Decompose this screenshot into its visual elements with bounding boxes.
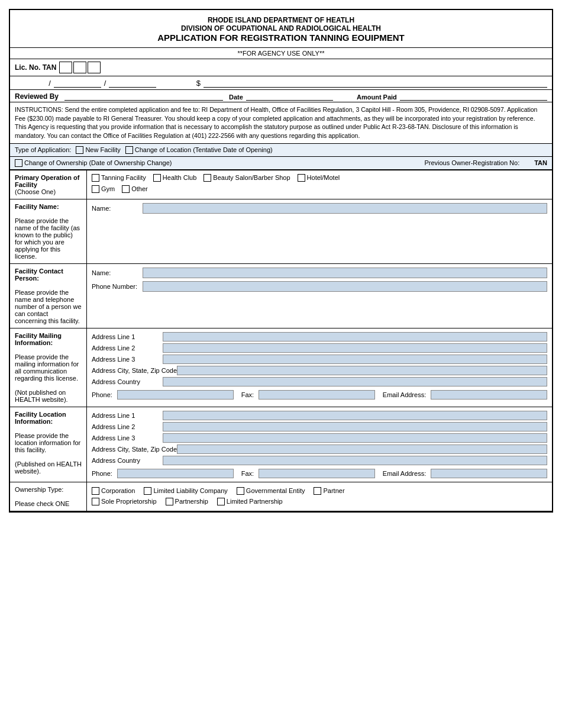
mailing-country-row: Address Country — [92, 377, 547, 386]
page-container: RHODE ISLAND DEPARTMENT OF HEATLH DIVISI… — [9, 9, 553, 513]
llc-option[interactable]: Limited Liability Company — [144, 487, 227, 495]
contact-name-input[interactable] — [143, 268, 547, 278]
lic-box-1[interactable] — [59, 62, 72, 73]
new-facility-label: New Facility — [85, 146, 120, 153]
mailing-email-input[interactable] — [431, 390, 547, 400]
ownership-row-1: Corporation Limited Liability Company Go… — [92, 487, 547, 495]
corporation-option[interactable]: Corporation — [92, 487, 135, 495]
hotel-motel-option[interactable]: Hotel/Motel — [298, 174, 340, 182]
change-ownership-option[interactable]: Change of Ownership (Date of Ownership C… — [15, 159, 172, 167]
change-ownership-checkbox[interactable] — [15, 159, 22, 167]
location-fax-input[interactable] — [259, 469, 375, 478]
location-phone-input[interactable] — [117, 469, 234, 478]
partnership-checkbox[interactable] — [166, 498, 173, 505]
location-addr2-label: Address Line 2 — [92, 423, 163, 430]
ownership-type-label-col: Ownership Type: Please check ONE — [10, 482, 87, 511]
contact-phone-input-row: Phone Number: — [92, 281, 547, 292]
primary-operation-label-col: Primary Operation of Facility (Choose On… — [10, 170, 87, 199]
facility-mailing-description: Please provide the mailing information f… — [15, 353, 79, 382]
partnership-label: Partnership — [175, 498, 208, 505]
location-addr2-input[interactable] — [163, 422, 547, 431]
location-addr3-input[interactable] — [163, 433, 547, 443]
reviewed-row: Reviewed By Date Amount Paid — [10, 90, 552, 102]
contact-phone-input[interactable] — [143, 281, 547, 292]
limited-partnership-label: Limited Partnership — [227, 498, 283, 505]
mailing-addr3-row: Address Line 3 — [92, 355, 547, 364]
ownership-type-label: Ownership Type: — [15, 486, 63, 493]
facility-name-input-label: Name: — [92, 205, 139, 212]
health-club-checkbox[interactable] — [153, 174, 161, 182]
new-facility-option[interactable]: New Facility — [76, 146, 120, 154]
new-facility-checkbox[interactable] — [76, 146, 83, 154]
gym-checkbox[interactable] — [92, 185, 99, 193]
mailing-addr3-input[interactable] — [163, 355, 547, 364]
governmental-entity-checkbox[interactable] — [237, 487, 244, 495]
mailing-city-row: Address City, State, Zip Code — [92, 366, 547, 375]
location-addr1-row: Address Line 1 — [92, 411, 547, 420]
change-location-checkbox[interactable] — [125, 146, 133, 154]
beauty-salon-checkbox[interactable] — [204, 174, 211, 182]
mailing-phone-input[interactable] — [117, 390, 234, 400]
sole-proprietorship-checkbox[interactable] — [92, 498, 99, 505]
amount-field[interactable] — [204, 78, 547, 88]
other-checkbox[interactable] — [122, 185, 130, 193]
date-field-2[interactable] — [109, 78, 156, 88]
prev-owner-section: Previous Owner-Registration No: TAN — [424, 159, 547, 166]
health-club-option[interactable]: Health Club — [153, 174, 196, 182]
tanning-facility-checkbox[interactable] — [92, 174, 99, 182]
tanning-facility-option[interactable]: Tanning Facility — [92, 174, 146, 182]
reviewed-field[interactable] — [64, 91, 223, 101]
hotel-motel-checkbox[interactable] — [298, 174, 305, 182]
facility-mailing-label: Facility Mailing Information: — [15, 332, 62, 346]
gym-option[interactable]: Gym — [92, 185, 115, 193]
contact-name-label: Name: — [92, 269, 139, 276]
mailing-city-input[interactable] — [177, 366, 547, 375]
location-city-input[interactable] — [177, 444, 547, 454]
health-club-label: Health Club — [163, 174, 196, 181]
ownership-type-content: Corporation Limited Liability Company Go… — [87, 482, 552, 511]
location-addr3-row: Address Line 3 — [92, 433, 547, 443]
llc-checkbox[interactable] — [144, 487, 151, 495]
date-amount-row: / / $ — [10, 76, 552, 90]
corporation-checkbox[interactable] — [92, 487, 99, 495]
lic-box-2[interactable] — [73, 62, 86, 73]
location-addr1-input[interactable] — [163, 411, 547, 420]
mailing-addr1-input[interactable] — [163, 332, 547, 342]
mailing-addr2-input[interactable] — [163, 343, 547, 353]
change-location-option[interactable]: Change of Location (Tentative Date of Op… — [125, 146, 273, 154]
partnership-option[interactable]: Partnership — [166, 498, 208, 505]
header: RHODE ISLAND DEPARTMENT OF HEATLH DIVISI… — [10, 10, 552, 48]
lic-box-3[interactable] — [88, 62, 101, 73]
location-email-input[interactable] — [431, 469, 547, 478]
other-option[interactable]: Other — [122, 185, 148, 193]
facility-location-description: Please provide the location information … — [15, 432, 80, 453]
partner-option[interactable]: Partner — [314, 487, 344, 495]
date-reviewed-field[interactable] — [246, 91, 333, 101]
amount-paid-field[interactable] — [400, 91, 547, 101]
mailing-fax-input[interactable] — [259, 390, 375, 400]
ownership-type-section: Ownership Type: Please check ONE Corpora… — [10, 482, 552, 511]
facility-location-label: Facility Location Information: — [15, 411, 66, 425]
tanning-facility-label: Tanning Facility — [101, 174, 146, 181]
facility-location-section: Facility Location Information: Please pr… — [10, 407, 552, 482]
facility-mailing-label-col: Facility Mailing Information: Please pro… — [10, 328, 87, 407]
ownership-row-2: Sole Proprietorship Partnership Limited … — [92, 498, 547, 505]
limited-partnership-checkbox[interactable] — [217, 498, 225, 505]
facility-name-input[interactable] — [143, 203, 547, 214]
date-field-1[interactable] — [54, 78, 101, 88]
sole-proprietorship-option[interactable]: Sole Proprietorship — [92, 498, 157, 505]
mailing-addr1-row: Address Line 1 — [92, 332, 547, 342]
partner-checkbox[interactable] — [314, 487, 321, 495]
location-country-input[interactable] — [163, 456, 547, 465]
facility-name-description: Please provide the name of the facility … — [15, 217, 80, 260]
limited-partnership-option[interactable]: Limited Partnership — [217, 498, 283, 505]
lic-row: Lic. No. TAN — [10, 59, 552, 76]
mailing-addr3-label: Address Line 3 — [92, 356, 163, 363]
governmental-entity-option[interactable]: Governmental Entity — [237, 487, 305, 495]
mailing-country-label: Address Country — [92, 378, 163, 385]
primary-operation-label: Primary Operation of Facility — [15, 174, 79, 188]
beauty-salon-label: Beauty Salon/Barber Shop — [213, 174, 290, 181]
location-email-label: Email Address: — [383, 470, 426, 477]
mailing-country-input[interactable] — [163, 377, 547, 386]
beauty-salon-option[interactable]: Beauty Salon/Barber Shop — [204, 174, 290, 182]
